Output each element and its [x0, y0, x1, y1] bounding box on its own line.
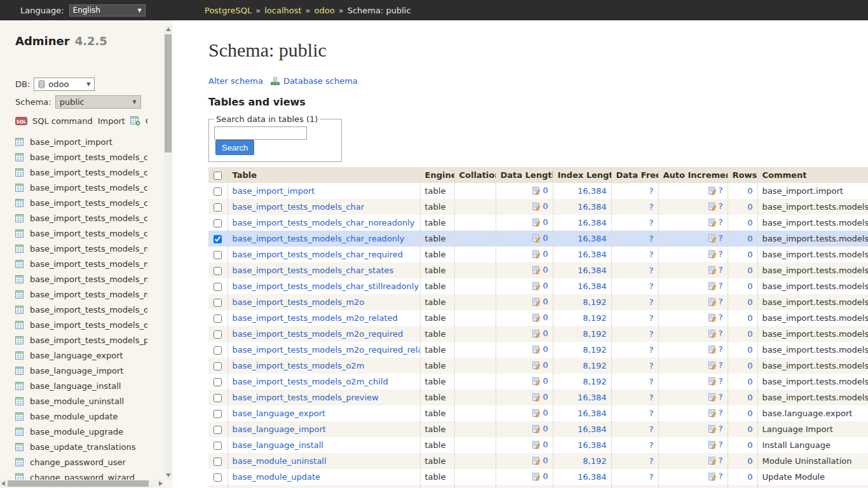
edit-icon[interactable] — [532, 440, 541, 451]
breadcrumb-server-link[interactable]: localhost — [264, 6, 301, 15]
table-name-link[interactable]: base_language_install — [233, 440, 323, 450]
rows-count-link[interactable]: 0 — [747, 424, 752, 434]
edit-icon[interactable] — [532, 297, 541, 308]
data-length-link[interactable]: 0 — [543, 265, 548, 274]
auto-increment-link[interactable]: ? — [719, 408, 723, 417]
sidebar-table-item[interactable]: change_password_user — [15, 454, 147, 470]
data-free-link[interactable]: ? — [649, 297, 654, 307]
sidebar-table-item[interactable]: base_language_install — [15, 378, 147, 393]
rows-count-link[interactable]: 0 — [747, 377, 752, 386]
row-checkbox[interactable] — [214, 458, 222, 466]
data-length-link[interactable]: 0 — [543, 440, 548, 449]
table-icon[interactable] — [15, 351, 24, 360]
edit-icon[interactable] — [532, 186, 541, 197]
sidebar-table-name[interactable]: base_import_tests_models_char_ — [30, 214, 147, 223]
auto-increment-link[interactable]: ? — [719, 376, 723, 386]
data-length-link[interactable]: 0 — [543, 313, 548, 322]
row-checkbox[interactable] — [214, 362, 222, 370]
table-icon[interactable] — [15, 245, 24, 253]
data-length-link[interactable]: 0 — [543, 424, 548, 433]
data-free-link[interactable]: ? — [649, 218, 654, 227]
rows-count-link[interactable]: 0 — [747, 202, 752, 212]
auto-increment-link[interactable]: ? — [719, 201, 723, 211]
sidebar-table-item[interactable]: base_import_import — [15, 134, 147, 149]
sidebar-table-name[interactable]: base_import_tests_models_m2o — [30, 244, 147, 254]
index-length-link[interactable]: 8,192 — [583, 377, 606, 386]
table-icon[interactable] — [15, 199, 24, 207]
data-free-link[interactable]: ? — [649, 313, 654, 323]
data-free-link[interactable]: ? — [649, 377, 654, 386]
auto-increment-link[interactable]: ? — [719, 233, 723, 243]
table-name-link[interactable]: base_import_tests_models_m2o_required_re… — [233, 345, 421, 355]
table-icon[interactable] — [15, 260, 24, 268]
sidebar-table-item[interactable]: base_import_tests_models_char_ — [15, 180, 147, 195]
table-icon[interactable] — [15, 290, 24, 299]
sidebar-table-name[interactable]: base_module_update — [30, 412, 118, 421]
auto-increment-link[interactable]: ? — [719, 297, 723, 306]
sidebar-table-name[interactable]: base_import_tests_models_char — [30, 152, 147, 162]
row-checkbox[interactable] — [214, 442, 222, 450]
table-icon[interactable] — [15, 153, 24, 161]
edit-icon[interactable] — [532, 409, 541, 419]
edit-icon[interactable] — [532, 345, 541, 356]
sidebar-table-item[interactable]: base_import_tests_models_char_ — [15, 210, 147, 226]
sql-command-icon[interactable]: SQL — [15, 117, 27, 125]
table-name-link[interactable]: base_module_update — [233, 472, 321, 482]
table-name-link[interactable]: base_module_uninstall — [233, 456, 327, 466]
table-name-link[interactable]: base_import_import — [233, 186, 315, 196]
auto-increment-link[interactable]: ? — [719, 360, 723, 370]
edit-icon[interactable] — [708, 472, 717, 483]
auto-increment-link[interactable]: ? — [719, 265, 723, 274]
search-input[interactable] — [214, 126, 307, 140]
auto-increment-link[interactable]: ? — [719, 424, 723, 433]
data-free-link[interactable]: ? — [649, 472, 654, 482]
scrollbar-thumb[interactable] — [165, 34, 172, 152]
sidebar-table-item[interactable]: base_import_tests_models_previe — [15, 332, 147, 348]
edit-icon[interactable] — [532, 393, 541, 403]
sidebar-table-name[interactable]: base_module_upgrade — [30, 427, 123, 437]
row-checkbox[interactable] — [214, 251, 222, 259]
sidebar-table-item[interactable]: base_import_tests_models_m2o_ — [15, 287, 147, 302]
edit-icon[interactable] — [532, 281, 541, 292]
index-length-link[interactable]: 16,384 — [578, 186, 607, 196]
row-checkbox[interactable] — [214, 283, 222, 291]
data-free-link[interactable]: ? — [649, 409, 654, 418]
index-length-link[interactable]: 16,384 — [578, 250, 607, 259]
sql-command-link[interactable]: SQL command — [32, 116, 93, 126]
data-free-link[interactable]: ? — [649, 250, 654, 259]
alter-schema-link[interactable]: Alter schema — [208, 76, 263, 86]
table-name-link[interactable]: base_import_tests_models_preview — [233, 393, 379, 402]
index-length-link[interactable]: 8,192 — [583, 297, 606, 307]
table-icon[interactable] — [15, 458, 24, 466]
sidebar-table-name[interactable]: base_import_tests_models_char_ — [30, 229, 147, 238]
row-checkbox[interactable] — [214, 235, 222, 243]
data-free-link[interactable]: ? — [649, 329, 654, 339]
auto-increment-link[interactable]: ? — [719, 456, 723, 465]
auto-increment-link[interactable]: ? — [719, 440, 723, 449]
edit-icon[interactable] — [532, 329, 541, 340]
auto-increment-link[interactable]: ? — [719, 392, 723, 402]
sidebar-table-name[interactable]: base_language_export — [30, 351, 123, 360]
data-length-link[interactable]: 0 — [543, 281, 548, 290]
sidebar-table-item[interactable]: base_module_uninstall — [15, 393, 147, 409]
edit-icon[interactable] — [708, 202, 717, 213]
data-free-link[interactable]: ? — [649, 186, 654, 196]
edit-icon[interactable] — [532, 218, 541, 229]
data-free-link[interactable]: ? — [649, 281, 654, 291]
rows-count-link[interactable]: 0 — [747, 456, 752, 466]
edit-icon[interactable] — [708, 361, 717, 372]
data-length-link[interactable]: 0 — [543, 344, 548, 354]
rows-count-link[interactable]: 0 — [747, 329, 752, 339]
index-length-link[interactable]: 8,192 — [583, 329, 606, 339]
sidebar-table-name[interactable]: base_import_tests_models_char_ — [30, 183, 147, 193]
schema-select[interactable]: public ▼ — [55, 95, 141, 109]
edit-icon[interactable] — [708, 313, 717, 324]
table-name-link[interactable]: base_import_tests_models_char_required — [233, 250, 403, 259]
data-length-link[interactable]: 0 — [543, 186, 548, 195]
table-icon[interactable] — [15, 168, 24, 177]
sidebar-table-name[interactable]: base_import_tests_models_previe — [30, 336, 147, 345]
data-length-link[interactable]: 0 — [543, 376, 548, 386]
table-name-link[interactable]: base_import_tests_models_m2o_related — [233, 313, 398, 323]
scroll-up-icon[interactable] — [166, 27, 171, 31]
auto-increment-link[interactable]: ? — [719, 249, 723, 259]
